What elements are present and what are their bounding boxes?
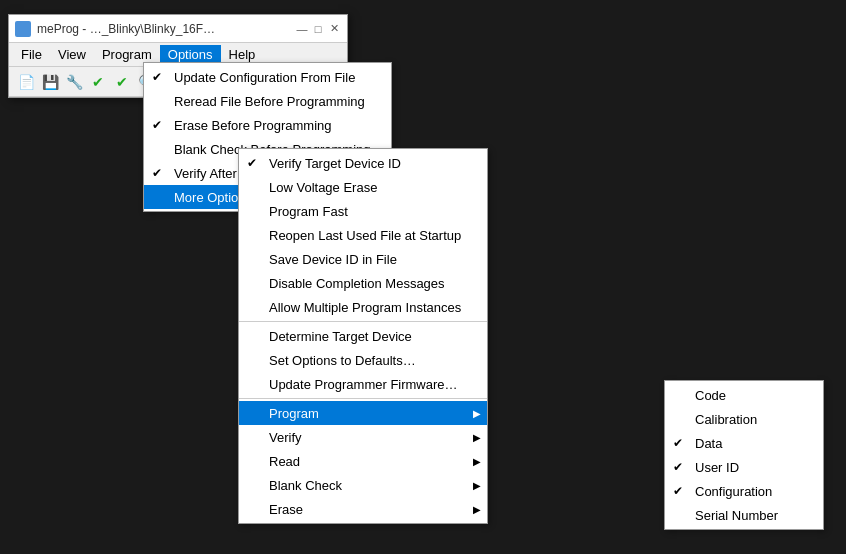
- option-reopen-last[interactable]: Reopen Last Used File at Startup: [239, 223, 487, 247]
- program-calibration-label: Calibration: [695, 412, 757, 427]
- option-determine-target[interactable]: Determine Target Device: [239, 324, 487, 348]
- option-verify-label: Verify: [269, 430, 302, 445]
- close-button[interactable]: ✕: [327, 22, 341, 36]
- program-submenu-wrapper: Code Calibration ✔ Data ✔ User ID ✔ Conf…: [664, 380, 824, 530]
- option-low-voltage[interactable]: Low Voltage Erase: [239, 175, 487, 199]
- option-erase[interactable]: Erase ▶: [239, 497, 487, 521]
- program-configuration-label: Configuration: [695, 484, 772, 499]
- settings-button[interactable]: 🔧: [63, 71, 85, 93]
- title-bar: meProg - …_Blinky\Blinky_16F… — □ ✕: [9, 15, 347, 43]
- separator-2: [239, 398, 487, 399]
- option-program-fast[interactable]: Program Fast: [239, 199, 487, 223]
- option-erase-before-label: Erase Before Programming: [174, 118, 332, 133]
- check-verify-target: ✔: [247, 156, 257, 170]
- check-erase-before: ✔: [152, 118, 162, 132]
- option-allow-multiple[interactable]: Allow Multiple Program Instances: [239, 295, 487, 319]
- option-disable-completion-label: Disable Completion Messages: [269, 276, 445, 291]
- option-verify-target-label: Verify Target Device ID: [269, 156, 401, 171]
- option-update-config-label: Update Configuration From File: [174, 70, 355, 85]
- more-options-submenu-wrapper: ✔ Verify Target Device ID Low Voltage Er…: [238, 148, 488, 524]
- verify-button[interactable]: ✔: [87, 71, 109, 93]
- arrow-read: ▶: [473, 456, 481, 467]
- program-menu: Code Calibration ✔ Data ✔ User ID ✔ Conf…: [664, 380, 824, 530]
- arrow-program: ▶: [473, 408, 481, 419]
- program-user-id-label: User ID: [695, 460, 739, 475]
- program-serial-number[interactable]: Serial Number: [665, 503, 823, 527]
- check-data: ✔: [673, 436, 683, 450]
- arrow-blank-check: ▶: [473, 480, 481, 491]
- option-save-device-id[interactable]: Save Device ID in File: [239, 247, 487, 271]
- menu-view[interactable]: View: [50, 45, 94, 64]
- title-bar-controls: — □ ✕: [295, 22, 341, 36]
- option-reread-file-label: Reread File Before Programming: [174, 94, 365, 109]
- option-save-device-id-label: Save Device ID in File: [269, 252, 397, 267]
- program-calibration[interactable]: Calibration: [665, 407, 823, 431]
- option-program-label: Program: [269, 406, 319, 421]
- arrow-verify: ▶: [473, 432, 481, 443]
- check-configuration: ✔: [673, 484, 683, 498]
- option-read-label: Read: [269, 454, 300, 469]
- option-reread-file[interactable]: Reread File Before Programming: [144, 89, 391, 113]
- option-reopen-last-label: Reopen Last Used File at Startup: [269, 228, 461, 243]
- program-serial-number-label: Serial Number: [695, 508, 778, 523]
- menu-file[interactable]: File: [13, 45, 50, 64]
- check-update-config: ✔: [152, 70, 162, 84]
- option-read[interactable]: Read ▶: [239, 449, 487, 473]
- option-program-fast-label: Program Fast: [269, 204, 348, 219]
- option-set-defaults[interactable]: Set Options to Defaults…: [239, 348, 487, 372]
- program-code[interactable]: Code: [665, 383, 823, 407]
- option-erase-label: Erase: [269, 502, 303, 517]
- title-bar-left: meProg - …_Blinky\Blinky_16F…: [15, 21, 215, 37]
- program-user-id[interactable]: ✔ User ID: [665, 455, 823, 479]
- option-set-defaults-label: Set Options to Defaults…: [269, 353, 416, 368]
- program-code-label: Code: [695, 388, 726, 403]
- option-disable-completion[interactable]: Disable Completion Messages: [239, 271, 487, 295]
- minimize-button[interactable]: —: [295, 22, 309, 36]
- check-button[interactable]: ✔: [111, 71, 133, 93]
- option-determine-target-label: Determine Target Device: [269, 329, 412, 344]
- option-verify[interactable]: Verify ▶: [239, 425, 487, 449]
- program-configuration[interactable]: ✔ Configuration: [665, 479, 823, 503]
- check-user-id: ✔: [673, 460, 683, 474]
- program-data[interactable]: ✔ Data: [665, 431, 823, 455]
- option-blank-check2[interactable]: Blank Check ▶: [239, 473, 487, 497]
- program-data-label: Data: [695, 436, 722, 451]
- app-icon: [15, 21, 31, 37]
- option-blank-check2-label: Blank Check: [269, 478, 342, 493]
- new-button[interactable]: 📄: [15, 71, 37, 93]
- maximize-button[interactable]: □: [311, 22, 325, 36]
- option-erase-before[interactable]: ✔ Erase Before Programming: [144, 113, 391, 137]
- option-update-firmware-label: Update Programmer Firmware…: [269, 377, 458, 392]
- separator-1: [239, 321, 487, 322]
- option-allow-multiple-label: Allow Multiple Program Instances: [269, 300, 461, 315]
- check-verify-after: ✔: [152, 166, 162, 180]
- option-verify-target[interactable]: ✔ Verify Target Device ID: [239, 151, 487, 175]
- option-low-voltage-label: Low Voltage Erase: [269, 180, 377, 195]
- save-button[interactable]: 💾: [39, 71, 61, 93]
- option-update-config[interactable]: ✔ Update Configuration From File: [144, 65, 391, 89]
- option-update-firmware[interactable]: Update Programmer Firmware…: [239, 372, 487, 396]
- window-title: meProg - …_Blinky\Blinky_16F…: [37, 22, 215, 36]
- more-options-menu: ✔ Verify Target Device ID Low Voltage Er…: [238, 148, 488, 524]
- option-program[interactable]: Program ▶: [239, 401, 487, 425]
- arrow-erase: ▶: [473, 504, 481, 515]
